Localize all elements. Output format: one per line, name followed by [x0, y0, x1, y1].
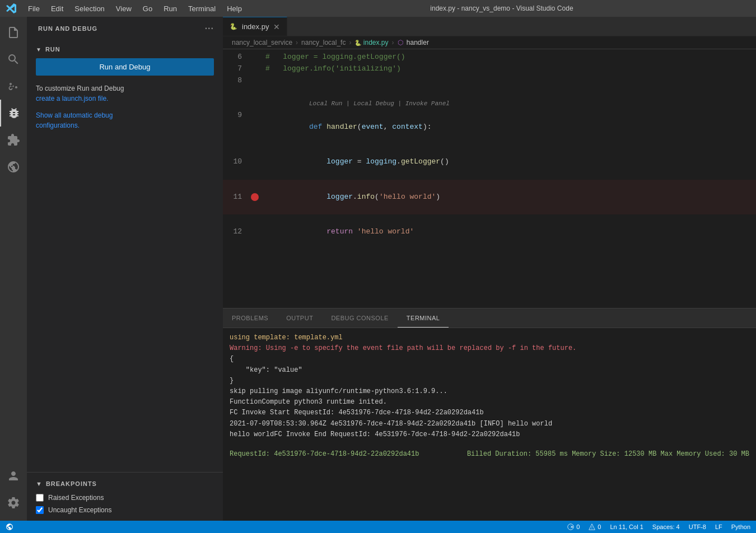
breakpoint-raised: Raised Exceptions — [36, 492, 214, 504]
status-warnings[interactable]: ! 0 — [589, 523, 601, 530]
request-id-label: RequestId: 4e531976-7dce-4718-94d2-22a02… — [230, 449, 419, 460]
billed-duration-label: Billed Duration: 55985 ms Memory Size: 1… — [467, 449, 749, 460]
spaces12 — [309, 227, 326, 236]
code-line-7: 7 # logger.info('initializing') — [223, 63, 756, 75]
run-collapse-icon[interactable]: ▼ — [36, 46, 42, 53]
tab-problems[interactable]: PROBLEMS — [223, 308, 277, 328]
activity-search[interactable] — [0, 46, 27, 73]
line-num-12: 12 — [223, 226, 251, 238]
activity-debug[interactable] — [0, 100, 27, 127]
tab-bar: 🐍 index.py ✕ — [223, 17, 756, 36]
inline-hint: Local Run | Local Debug | Invoke Panel — [309, 100, 450, 107]
terminal-footer: RequestId: 4e531976-7dce-4718-94d2-22a02… — [230, 449, 749, 460]
tab-close-button[interactable]: ✕ — [273, 22, 280, 31]
status-remote[interactable] — [6, 523, 13, 531]
run-debug-button[interactable]: Run and Debug — [36, 58, 214, 76]
sidebar-content: ▼ RUN Run and Debug To customize Run and… — [27, 38, 223, 472]
getLogger-func: getLogger — [401, 157, 440, 166]
breakpoint-uncaught: Uncaught Exceptions — [36, 504, 214, 516]
activity-remote[interactable] — [0, 153, 27, 180]
terminal-line-5: } — [230, 376, 749, 386]
tab-output[interactable]: OUTPUT — [277, 308, 322, 328]
handler-icon: ⬡ — [398, 39, 403, 46]
line-num-9: 9 — [223, 110, 251, 121]
menu-help[interactable]: Help — [221, 0, 248, 17]
tab-debug-console[interactable]: DEBUG CONSOLE — [322, 308, 397, 328]
status-line-col[interactable]: Ln 11, Col 1 — [610, 523, 643, 530]
breadcrumb-file[interactable]: 🐍 index.py — [354, 39, 388, 46]
terminal-line-3: { — [230, 354, 749, 364]
code-line-11: 11 logger.info('hello world') — [223, 180, 756, 214]
terminal-content[interactable]: using template: template.yml Warning: Us… — [223, 328, 756, 521]
dot10: . — [396, 157, 401, 166]
main-layout: RUN AND DEBUG ··· ▼ RUN Run and Debug To… — [0, 17, 756, 521]
status-right: ✕ 0 ! 0 Ln 11, Col 1 Spaces: 4 UTF-8 LF … — [567, 523, 750, 530]
sidebar-more-button[interactable]: ··· — [205, 24, 214, 34]
vscode-logo — [0, 0, 22, 17]
titlebar-menu: File Edit Selection View Go Run Terminal… — [0, 0, 248, 17]
activity-extensions[interactable] — [0, 127, 27, 153]
line-num-8: 8 — [223, 75, 251, 87]
menu-selection[interactable]: Selection — [69, 0, 110, 17]
code-line-6: 6 # logger = logging.getLogger() — [223, 52, 756, 63]
menu-view[interactable]: View — [110, 0, 137, 17]
run-label: RUN — [45, 46, 60, 53]
breadcrumb-service[interactable]: nancy_local_service — [232, 39, 292, 46]
space12 — [353, 227, 357, 236]
svg-text:!: ! — [591, 526, 592, 530]
uncaught-exceptions-label: Uncaught Exceptions — [48, 506, 111, 514]
breakpoints-collapse-icon[interactable]: ▼ — [36, 480, 43, 487]
menu-run[interactable]: Run — [158, 0, 183, 17]
cparen11: ) — [436, 193, 440, 201]
code-content-10: logger = logging.getLogger() — [261, 144, 449, 179]
editor-area: 🐍 index.py ✕ nancy_local_service › nancy… — [223, 17, 756, 521]
sidebar: RUN AND DEBUG ··· ▼ RUN Run and Debug To… — [27, 17, 223, 521]
menu-terminal[interactable]: Terminal — [183, 0, 221, 17]
activity-settings[interactable] — [0, 489, 27, 516]
code-line-9: 9 Local Run | Local Debug | Invoke Panel… — [223, 86, 756, 144]
activity-explorer[interactable] — [0, 19, 27, 46]
menu-edit[interactable]: Edit — [45, 0, 69, 17]
status-spaces[interactable]: Spaces: 4 — [652, 523, 680, 530]
breadcrumb-sep-3: › — [392, 39, 394, 46]
code-content-12: return 'hello world' — [261, 214, 414, 249]
python-file-icon: 🐍 — [230, 23, 237, 30]
eq10: = — [353, 157, 366, 166]
def-keyword: def — [309, 123, 326, 131]
comma: , — [384, 123, 393, 131]
breadcrumb-sep-1: › — [296, 39, 298, 46]
code-line-8: 8 — [223, 75, 756, 87]
line-num-6: 6 — [223, 52, 251, 63]
code-line-12: 12 return 'hello world' — [223, 214, 756, 249]
uncaught-exceptions-checkbox[interactable] — [36, 506, 44, 514]
show-debug-configurations-link[interactable]: Show all automatic debug configurations. — [36, 110, 214, 130]
menu-file[interactable]: File — [22, 0, 45, 17]
tab-index-py[interactable]: 🐍 index.py ✕ — [223, 17, 287, 36]
status-lang[interactable]: Python — [731, 523, 750, 530]
run-section: ▼ RUN Run and Debug To customize Run and… — [27, 43, 223, 130]
status-bar: ✕ 0 ! 0 Ln 11, Col 1 Spaces: 4 UTF-8 LF … — [0, 521, 756, 533]
hello-world-str: 'hello world' — [379, 193, 436, 201]
raised-exceptions-label: Raised Exceptions — [48, 494, 104, 502]
breadcrumb-fc[interactable]: nancy_local_fc — [301, 39, 346, 46]
create-launch-json-link[interactable]: create a launch.json file. — [36, 95, 108, 102]
run-title: ▼ RUN — [36, 43, 214, 58]
code-content-11: logger.info('hello world') — [261, 180, 440, 214]
line-num-7: 7 — [223, 63, 251, 75]
logger11: logger — [326, 193, 353, 201]
status-errors[interactable]: ✕ 0 — [567, 523, 580, 530]
handler-func: handler — [326, 123, 357, 131]
terminal-line-10: hello worldFC Invoke End RequestId: 4e53… — [230, 429, 749, 440]
breadcrumb-handler[interactable]: ⬡ handler — [398, 39, 429, 46]
status-eol[interactable]: LF — [715, 523, 722, 530]
activity-account[interactable] — [0, 462, 27, 489]
terminal-line-8: FC Invoke Start RequestId: 4e531976-7dce… — [230, 408, 749, 418]
param-context: context — [392, 123, 423, 131]
menu-go[interactable]: Go — [137, 0, 158, 17]
code-editor[interactable]: 6 # logger = logging.getLogger() 7 # log… — [223, 49, 756, 308]
tab-terminal[interactable]: TERMINAL — [398, 308, 449, 328]
status-encoding[interactable]: UTF-8 — [689, 523, 706, 530]
raised-exceptions-checkbox[interactable] — [36, 494, 44, 502]
handler-paren: ( — [357, 123, 362, 131]
activity-source-control[interactable] — [0, 73, 27, 100]
